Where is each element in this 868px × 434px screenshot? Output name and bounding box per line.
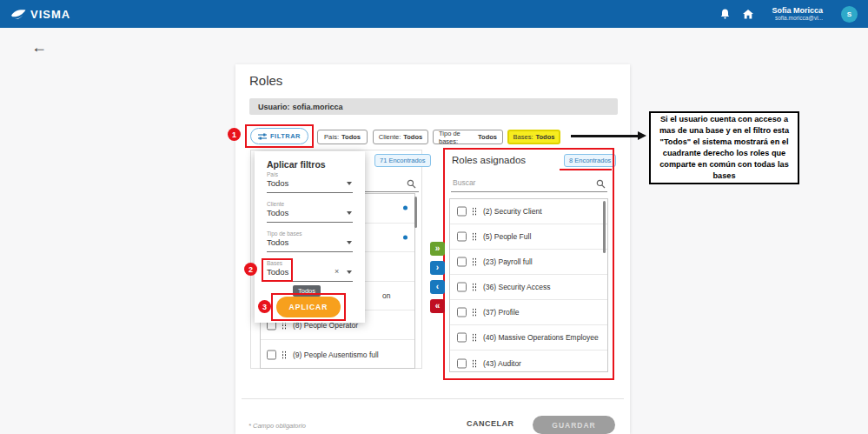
list-item[interactable]: (5) People Full <box>450 224 607 250</box>
list-item[interactable]: (40) Massive Operations Employee <box>450 325 607 351</box>
step-1-marker: 1 <box>228 128 241 141</box>
assigned-indicator-dot <box>403 235 407 239</box>
chip-cliente[interactable]: Cliente: Todos <box>373 130 428 144</box>
chip-bases-label: Bases: <box>514 133 533 141</box>
drag-handle-icon[interactable] <box>282 351 287 359</box>
chevron-down-icon[interactable] <box>347 270 352 274</box>
move-right-button[interactable]: › <box>430 261 445 275</box>
row-checkbox[interactable] <box>457 232 467 242</box>
chevron-down-icon[interactable] <box>347 211 352 215</box>
field-underline <box>267 222 353 223</box>
role-label: (5) People Full <box>483 232 531 241</box>
list-item[interactable]: (37) Profile <box>450 300 607 325</box>
move-all-right-button[interactable]: » <box>430 242 445 256</box>
filter-panel-title: Aplicar filtros <box>267 159 326 170</box>
filter-field-bases-value: Todos <box>267 267 353 277</box>
filter-field-cliente[interactable]: Cliente Todos <box>267 201 353 217</box>
user-email: sofia.moricca@vi... <box>772 15 823 21</box>
row-checkbox[interactable] <box>457 333 467 343</box>
available-count-badge: 71 Encontrados <box>374 154 431 167</box>
row-checkbox[interactable] <box>457 358 467 368</box>
drag-handle-icon[interactable] <box>472 232 477 241</box>
row-checkbox[interactable] <box>457 257 467 267</box>
filtrar-button[interactable]: FILTRAR <box>250 128 308 144</box>
row-checkbox[interactable] <box>267 350 276 359</box>
annotation-note-box: Si el usuario cuenta con acceso a mas de… <box>649 111 799 184</box>
filter-field-cliente-value: Todos <box>267 208 353 217</box>
clear-field-icon[interactable]: × <box>335 267 339 276</box>
chip-pais[interactable]: País: Todos <box>317 130 368 144</box>
filter-sliders-icon <box>258 133 267 140</box>
available-search-icon[interactable] <box>407 177 416 192</box>
available-list-scrollbar[interactable] <box>414 197 417 228</box>
save-button[interactable]: GUARDAR <box>533 416 615 434</box>
filter-field-bases-label: Bases <box>267 260 353 266</box>
drag-handle-icon[interactable] <box>472 308 477 317</box>
move-all-left-button[interactable]: « <box>430 299 445 313</box>
drag-handle-icon[interactable] <box>472 257 477 266</box>
visma-logo[interactable]: VISMA <box>10 8 70 21</box>
list-item[interactable]: (36) Security Access <box>450 275 607 300</box>
cancel-button[interactable]: CANCELAR <box>467 419 514 428</box>
list-item[interactable]: (43) Auditor <box>450 351 607 372</box>
role-label: (40) Massive Operations Employee <box>483 333 599 342</box>
field-underline <box>267 192 353 193</box>
filter-field-pais-label: País <box>267 171 353 177</box>
assigned-count-badge: 8 Encontrados <box>564 154 616 167</box>
chip-tipo-bases-value: Todos <box>478 133 497 141</box>
home-icon[interactable] <box>742 9 753 20</box>
user-bar-value: sofia.moricca <box>293 103 343 111</box>
chip-tipo-bases-label: Tipo de bases: <box>439 130 475 145</box>
filter-field-tipo-bases[interactable]: Tipo de bases Todos <box>267 230 353 247</box>
list-item[interactable]: (9) People Ausentismo full <box>261 340 414 369</box>
chip-cliente-value: Todos <box>403 133 422 141</box>
filter-field-cliente-label: Cliente <box>267 201 353 207</box>
list-item[interactable]: (23) Payroll full <box>450 250 607 275</box>
role-label: (23) Payroll full <box>483 257 533 266</box>
row-checkbox[interactable] <box>457 283 467 292</box>
user-menu[interactable]: Sofia Moricca sofia.moricca@vi... <box>772 6 823 22</box>
filter-field-pais[interactable]: País Todos <box>267 171 353 188</box>
covered-row-text-fragment: on <box>382 291 390 300</box>
page-title: Roles <box>249 73 282 88</box>
drag-handle-icon[interactable] <box>472 333 477 342</box>
filtrar-label: FILTRAR <box>270 132 301 140</box>
filter-field-pais-value: Todos <box>267 178 353 188</box>
top-navbar: VISMA Sofia Moricca sofia.moricca@vi... … <box>0 0 868 28</box>
assigned-search-underline <box>451 191 607 192</box>
assigned-indicator-dot <box>403 206 407 210</box>
drag-handle-icon[interactable] <box>472 207 477 216</box>
role-label: (36) Security Access <box>483 283 550 291</box>
avatar[interactable]: S <box>841 6 858 23</box>
assigned-search-input[interactable] <box>453 178 574 187</box>
move-left-button[interactable]: ‹ <box>430 280 445 294</box>
notifications-bell-icon[interactable] <box>719 9 731 20</box>
chip-cliente-label: Cliente: <box>379 133 401 141</box>
filter-field-tipo-bases-label: Tipo de bases <box>267 230 353 237</box>
back-arrow-icon[interactable]: ← <box>31 38 47 57</box>
filter-field-bases[interactable]: Bases Todos <box>267 260 353 277</box>
row-checkbox[interactable] <box>457 308 467 317</box>
row-checkbox[interactable] <box>457 207 467 217</box>
bases-tooltip: Todos <box>293 285 321 297</box>
chevron-down-icon[interactable] <box>347 241 352 244</box>
assigned-list-scrollbar[interactable] <box>603 201 606 253</box>
chip-bases-highlighted[interactable]: Bases: Todos <box>507 130 560 144</box>
drag-handle-icon[interactable] <box>472 359 477 368</box>
screen: VISMA Sofia Moricca sofia.moricca@vi... … <box>0 0 868 434</box>
field-underline <box>267 251 353 252</box>
step-3-marker: 3 <box>258 300 271 313</box>
list-item[interactable]: (2) Security Client <box>450 199 607 224</box>
badge-red-underline <box>560 169 612 170</box>
assigned-search-icon[interactable] <box>596 177 606 192</box>
drag-handle-icon[interactable] <box>472 283 477 291</box>
brand-name: VISMA <box>30 8 70 21</box>
annotation-note-text: Si el usuario cuenta con acceso a mas de… <box>655 114 793 181</box>
aplicar-button[interactable]: APLICAR <box>276 297 341 317</box>
chip-pais-label: País: <box>324 133 339 141</box>
chevron-down-icon[interactable] <box>347 182 352 185</box>
chip-tipo-bases[interactable]: Tipo de bases: Todos <box>433 130 503 144</box>
filter-field-tipo-bases-value: Todos <box>267 237 353 247</box>
user-bar: Usuario: sofia.moricca <box>249 98 618 115</box>
role-label: (9) People Ausentismo full <box>293 351 379 359</box>
